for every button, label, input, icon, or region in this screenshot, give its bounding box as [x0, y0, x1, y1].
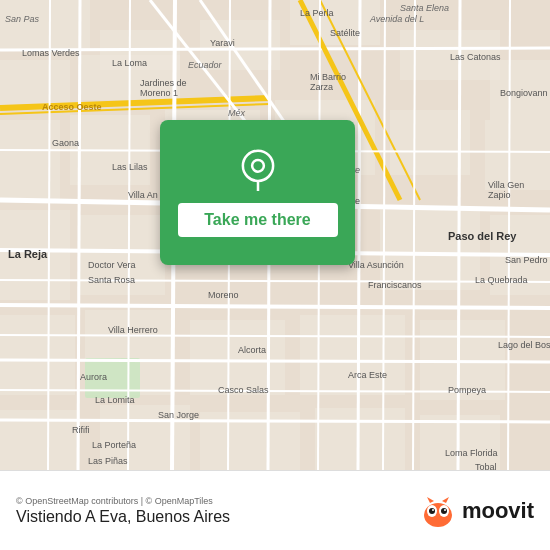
svg-point-66 [432, 509, 434, 511]
svg-point-59 [252, 159, 264, 171]
svg-rect-22 [300, 315, 405, 395]
svg-marker-69 [442, 497, 449, 503]
svg-marker-68 [427, 497, 434, 503]
svg-line-36 [0, 420, 550, 422]
svg-rect-14 [485, 120, 550, 190]
svg-point-65 [441, 508, 447, 514]
svg-rect-3 [0, 60, 70, 110]
svg-rect-29 [85, 358, 140, 398]
svg-line-35 [0, 360, 550, 362]
svg-rect-1 [0, 0, 90, 50]
svg-line-41 [358, 0, 360, 470]
svg-line-42 [458, 0, 460, 470]
svg-rect-25 [100, 405, 190, 470]
svg-rect-27 [315, 408, 405, 470]
svg-point-58 [242, 150, 272, 180]
bottom-left: © OpenStreetMap contributors | © OpenMap… [16, 496, 230, 526]
svg-point-67 [444, 509, 446, 511]
moovit-icon [420, 493, 456, 529]
place-name: Vistiendo A Eva, Buenos Aires [16, 508, 230, 526]
svg-rect-5 [200, 20, 280, 70]
svg-rect-19 [0, 315, 75, 395]
svg-rect-15 [0, 210, 70, 300]
svg-rect-23 [420, 320, 505, 400]
svg-point-61 [424, 503, 452, 527]
take-me-there-button[interactable]: Take me there [178, 203, 338, 237]
map-container: La Perla Satélite Las Catonas Yaravi Lom… [0, 0, 550, 470]
copyright-text: © OpenStreetMap contributors | © OpenMap… [16, 496, 230, 506]
svg-line-37 [0, 48, 550, 50]
bottom-bar: © OpenStreetMap contributors | © OpenMap… [0, 470, 550, 550]
popup-card: Take me there [160, 120, 355, 265]
moovit-text: moovit [462, 498, 534, 524]
svg-rect-16 [80, 215, 165, 295]
location-pin-icon [237, 149, 279, 191]
svg-point-64 [429, 508, 435, 514]
moovit-logo: moovit [420, 493, 534, 529]
svg-line-38 [78, 0, 80, 470]
svg-rect-17 [380, 210, 480, 290]
svg-rect-8 [490, 60, 550, 120]
svg-rect-21 [190, 320, 285, 395]
svg-rect-9 [0, 120, 60, 200]
